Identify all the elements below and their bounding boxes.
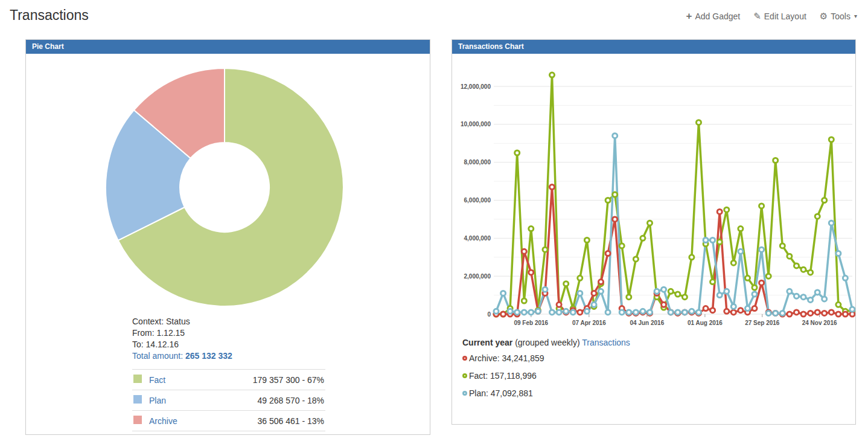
data-point-fact[interactable] [515,150,520,155]
data-point-plan[interactable] [550,310,555,315]
data-point-plan[interactable] [710,238,715,243]
data-point-fact[interactable] [584,238,589,243]
data-point-fact[interactable] [689,255,694,260]
data-point-fact[interactable] [619,243,624,248]
donut-chart[interactable] [26,54,430,314]
data-point-fact[interactable] [759,204,764,208]
data-point-plan[interactable] [648,310,653,315]
data-point-plan[interactable] [592,302,596,307]
data-point-archive[interactable] [710,308,715,313]
data-point-plan[interactable] [794,294,799,298]
data-point-fact[interactable] [780,243,785,248]
data-point-archive[interactable] [829,310,834,315]
data-point-fact[interactable] [745,275,750,280]
data-point-plan[interactable] [745,306,750,311]
data-point-archive[interactable] [522,249,526,254]
data-point-fact[interactable] [627,295,631,300]
data-point-plan[interactable] [773,310,778,315]
data-point-plan[interactable] [584,309,589,314]
data-point-plan[interactable] [836,251,841,256]
data-point-fact[interactable] [801,267,806,272]
data-point-archive[interactable] [662,302,666,307]
data-point-archive[interactable] [738,308,743,313]
data-point-plan[interactable] [557,310,561,315]
data-point-plan[interactable] [668,310,673,315]
data-point-plan[interactable] [662,287,666,292]
data-point-archive[interactable] [724,309,729,314]
data-point-fact[interactable] [710,280,715,285]
data-point-archive[interactable] [759,280,764,285]
data-point-archive[interactable] [592,291,596,295]
tools-menu-button[interactable]: ⚙ Tools ▾ [820,11,857,21]
data-point-plan[interactable] [780,310,785,315]
data-point-plan[interactable] [578,291,582,295]
data-point-plan[interactable] [543,287,547,292]
data-point-plan[interactable] [654,289,659,294]
data-point-archive[interactable] [808,310,813,315]
data-point-archive[interactable] [717,209,722,214]
data-point-fact[interactable] [829,137,834,142]
data-point-plan[interactable] [494,309,499,314]
fact-link[interactable]: Fact [149,375,165,385]
data-point-archive[interactable] [836,312,841,317]
data-point-archive[interactable] [822,310,827,315]
archive-link[interactable]: Archive [149,416,177,426]
data-point-plan[interactable] [752,292,757,297]
data-point-archive[interactable] [843,312,847,317]
data-point-archive[interactable] [731,310,736,315]
data-point-fact[interactable] [808,270,813,275]
data-point-fact[interactable] [787,254,792,259]
data-point-fact[interactable] [731,260,736,265]
data-point-plan[interactable] [766,310,771,315]
data-point-archive[interactable] [550,185,555,190]
pie-gadget-header[interactable]: Pie Chart [26,40,430,54]
plan-link[interactable]: Plan [149,396,166,405]
data-point-plan[interactable] [613,134,617,138]
data-point-plan[interactable] [508,309,512,314]
data-point-plan[interactable] [759,247,764,252]
data-point-plan[interactable] [731,304,736,309]
data-point-plan[interactable] [633,310,638,315]
data-point-fact[interactable] [578,275,582,280]
data-point-plan[interactable] [689,309,694,314]
data-point-fact[interactable] [697,120,701,125]
data-point-archive[interactable] [605,251,610,256]
data-point-archive[interactable] [752,306,757,311]
data-point-fact[interactable] [668,289,673,294]
data-point-fact[interactable] [675,292,680,297]
data-point-archive[interactable] [599,280,604,285]
data-point-plan[interactable] [815,290,820,295]
data-point-archive[interactable] [613,217,617,222]
data-point-archive[interactable] [787,312,792,317]
data-point-archive[interactable] [578,310,582,315]
data-point-fact[interactable] [564,282,569,286]
data-point-fact[interactable] [724,207,729,212]
data-point-plan[interactable] [808,297,813,302]
data-point-plan[interactable] [535,309,540,314]
data-point-fact[interactable] [613,192,617,197]
data-point-plan[interactable] [570,310,575,315]
data-point-plan[interactable] [850,307,855,312]
data-point-fact[interactable] [640,236,645,240]
data-point-fact[interactable] [766,274,771,278]
data-point-archive[interactable] [815,310,820,315]
data-point-archive[interactable] [703,306,708,311]
data-point-fact[interactable] [522,298,526,303]
data-point-plan[interactable] [829,220,834,225]
data-point-fact[interactable] [773,158,778,163]
edit-layout-button[interactable]: ✎ Edit Layout [753,11,806,21]
data-point-plan[interactable] [529,310,534,315]
data-point-plan[interactable] [675,310,680,315]
data-point-fact[interactable] [794,263,799,268]
data-point-fact[interactable] [682,295,687,300]
data-point-fact[interactable] [822,198,827,203]
data-point-plan[interactable] [801,295,806,300]
data-point-plan[interactable] [564,309,569,314]
data-point-plan[interactable] [724,289,729,294]
transactions-gadget-header[interactable]: Transactions Chart [452,40,855,54]
data-point-fact[interactable] [550,72,555,77]
data-point-fact[interactable] [815,214,820,219]
data-point-plan[interactable] [605,310,610,315]
data-point-plan[interactable] [627,310,631,315]
data-point-plan[interactable] [522,310,526,315]
